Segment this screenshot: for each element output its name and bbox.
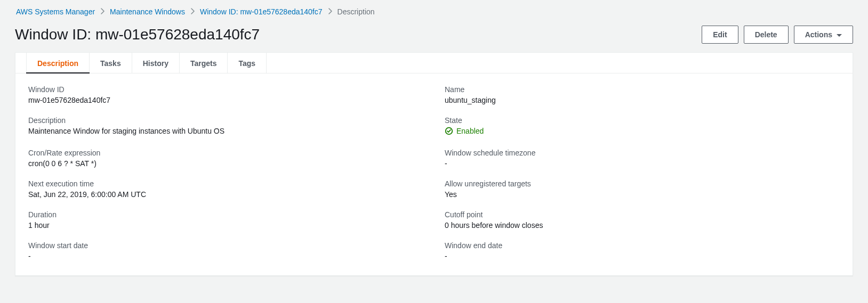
chevron-right-icon (100, 7, 105, 16)
chevron-right-icon (190, 7, 195, 16)
page-title: Window ID: mw-01e57628eda140fc7 (15, 26, 260, 43)
actions-button-label: Actions (805, 29, 832, 40)
value-next-exec: Sat, Jun 22, 2019, 6:00:00 AM UTC (28, 190, 423, 199)
delete-button[interactable]: Delete (744, 26, 789, 44)
label-cutoff: Cutoff point (445, 210, 840, 219)
label-allow-unreg: Allow unregistered targets (445, 179, 840, 188)
field-next-exec: Next execution time Sat, Jun 22, 2019, 6… (28, 179, 423, 199)
chevron-right-icon (328, 7, 332, 16)
tab-history[interactable]: History (132, 53, 180, 73)
label-state: State (445, 116, 840, 125)
field-window-id: Window ID mw-01e57628eda140fc7 (28, 85, 423, 104)
label-description: Description (28, 116, 423, 125)
field-allow-unreg: Allow unregistered targets Yes (445, 179, 840, 199)
label-name: Name (445, 85, 840, 94)
value-state: Enabled (445, 127, 484, 135)
edit-button-label: Edit (713, 29, 727, 40)
value-end-date: - (445, 252, 840, 260)
caret-down-icon (837, 34, 842, 37)
header-actions: Edit Delete Actions (702, 26, 853, 44)
tab-description[interactable]: Description (26, 53, 90, 73)
check-circle-icon (445, 127, 453, 135)
label-timezone: Window schedule timezone (445, 149, 840, 157)
value-name: ubuntu_staging (445, 96, 840, 104)
label-start-date: Window start date (28, 241, 423, 250)
label-end-date: Window end date (445, 241, 840, 250)
value-description: Maintenance Window for staging instances… (28, 127, 423, 135)
value-window-id: mw-01e57628eda140fc7 (28, 96, 423, 104)
label-cron: Cron/Rate expression (28, 149, 423, 157)
state-text: Enabled (456, 127, 484, 135)
field-end-date: Window end date - (445, 241, 840, 260)
field-cron: Cron/Rate expression cron(0 0 6 ? * SAT … (28, 149, 423, 168)
field-start-date: Window start date - (28, 241, 423, 260)
label-next-exec: Next execution time (28, 179, 423, 188)
value-cutoff: 0 hours before window closes (445, 221, 840, 230)
field-state: State Enabled (445, 116, 840, 137)
field-description: Description Maintenance Window for stagi… (28, 116, 423, 137)
label-duration: Duration (28, 210, 423, 219)
field-timezone: Window schedule timezone - (445, 149, 840, 168)
detail-panel: Description Tasks History Targets Tags W… (15, 52, 853, 276)
delete-button-label: Delete (755, 29, 777, 40)
breadcrumb-link-maintenance-windows[interactable]: Maintenance Windows (110, 7, 185, 16)
label-window-id: Window ID (28, 85, 423, 94)
value-duration: 1 hour (28, 221, 423, 230)
field-name: Name ubuntu_staging (445, 85, 840, 104)
tab-tasks[interactable]: Tasks (90, 53, 132, 73)
field-cutoff: Cutoff point 0 hours before window close… (445, 210, 840, 230)
breadcrumb-current: Description (337, 7, 375, 16)
tab-targets[interactable]: Targets (180, 53, 228, 73)
actions-dropdown-button[interactable]: Actions (794, 26, 853, 44)
tab-tags[interactable]: Tags (228, 53, 267, 73)
value-start-date: - (28, 252, 423, 260)
breadcrumb-link-window-id[interactable]: Window ID: mw-01e57628eda140fc7 (200, 7, 323, 16)
edit-button[interactable]: Edit (702, 26, 738, 44)
value-allow-unreg: Yes (445, 190, 840, 199)
tabs: Description Tasks History Targets Tags (15, 53, 853, 73)
value-timezone: - (445, 159, 840, 168)
breadcrumb: AWS Systems Manager Maintenance Windows … (15, 6, 853, 23)
field-duration: Duration 1 hour (28, 210, 423, 230)
breadcrumb-link-systems-manager[interactable]: AWS Systems Manager (16, 7, 95, 16)
value-cron: cron(0 0 6 ? * SAT *) (28, 159, 423, 168)
